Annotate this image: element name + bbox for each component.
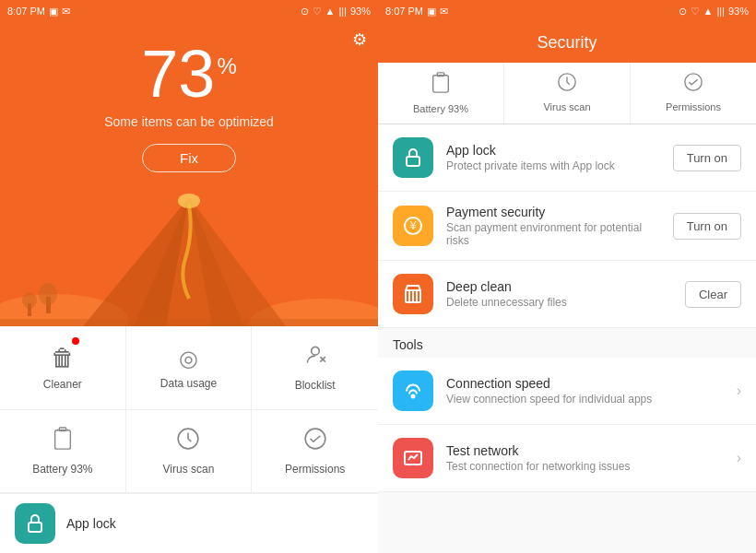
sim-icon: ▣ <box>49 6 58 18</box>
test-network-chevron: › <box>737 450 741 466</box>
tab-virus-scan[interactable]: Virus scan <box>504 63 631 124</box>
svg-point-9 <box>22 292 37 309</box>
svg-point-11 <box>311 347 319 356</box>
app-lock-title: App lock <box>446 143 660 158</box>
data-usage-label: Data usage <box>160 377 217 390</box>
battery-label: Battery 93% <box>32 463 92 476</box>
hero-section: ⚙ 73% Some items can be optimized Fix <box>0 22 378 326</box>
mail-icon: ✉ <box>62 6 70 18</box>
test-network-desc: Test connection for networking issues <box>446 460 724 473</box>
app-lock-sec-icon <box>393 137 433 178</box>
grid-item-permissions[interactable]: Permissions <box>252 410 378 494</box>
left-status-bar: 8:07 PM ▣ ✉ ⊙ ♡ ▲ ||| 93% <box>0 0 378 22</box>
right-battery: 93% <box>728 6 749 17</box>
svg-rect-23 <box>407 157 419 166</box>
right-heart-icon: ♡ <box>691 6 700 18</box>
deep-clean-text: Deep clean Delete unnecessary files <box>446 279 672 309</box>
payment-security-turn-on-button[interactable]: Turn on <box>673 213 741 240</box>
test-network-title: Test network <box>446 443 724 458</box>
deep-clean-item[interactable]: Deep clean Delete unnecessary files Clea… <box>378 261 756 328</box>
right-sim-icon: ▣ <box>427 6 436 18</box>
wifi-icon: ▲ <box>325 6 336 17</box>
grid-item-cleaner[interactable]: 🗑 Cleaner <box>0 326 126 410</box>
tab-virus-icon <box>557 72 577 98</box>
test-network-icon <box>393 438 433 478</box>
svg-rect-19 <box>433 76 449 92</box>
grid-item-data-usage[interactable]: ◎ Data usage <box>126 326 253 410</box>
connection-speed-text: Connection speed View connection speed f… <box>446 376 724 406</box>
tab-battery-label: Battery 93% <box>413 103 468 114</box>
security-header: Security <box>378 22 756 63</box>
tools-section: Tools Connection speed View connection s… <box>378 328 756 492</box>
deep-clean-clear-button[interactable]: Clear <box>685 281 741 308</box>
security-title: Security <box>537 33 597 53</box>
app-lock-text: App lock Protect private items with App … <box>446 143 660 172</box>
payment-security-text: Payment security Scan payment environmen… <box>446 205 660 247</box>
connection-speed-item[interactable]: Connection speed View connection speed f… <box>378 358 756 425</box>
data-usage-icon: ◎ <box>179 346 198 371</box>
right-status-bar: 8:07 PM ▣ ✉ ⊙ ♡ ▲ ||| 93% <box>378 0 756 22</box>
deep-clean-icon <box>393 274 433 314</box>
payment-security-desc: Scan payment environment for potential r… <box>446 221 660 247</box>
blocklist-label: Blocklist <box>295 379 336 392</box>
app-lock-desc: Protect private items with App lock <box>446 159 660 172</box>
virus-scan-label: Virus scan <box>163 463 215 476</box>
app-lock-label-text: App lock <box>66 516 116 531</box>
payment-security-icon: ¥ <box>393 206 433 246</box>
fix-button[interactable]: Fix <box>142 144 236 172</box>
grid-item-blocklist[interactable]: Blocklist <box>252 326 378 410</box>
tab-battery-icon <box>431 72 451 100</box>
alarm-icon: ⊙ <box>301 6 309 18</box>
cleaner-icon: 🗑 <box>51 344 75 372</box>
tab-permissions-label: Permissions <box>666 101 721 112</box>
payment-security-item[interactable]: ¥ Payment security Scan payment environm… <box>378 192 756 261</box>
score-value: 73 <box>141 37 215 111</box>
tab-virus-label: Virus scan <box>543 101 590 112</box>
grid-item-virus-scan[interactable]: Virus scan <box>126 410 253 494</box>
tab-permissions[interactable]: Permissions <box>631 63 756 124</box>
svg-rect-15 <box>59 428 65 431</box>
permissions-label: Permissions <box>285 463 345 476</box>
right-time: 8:07 PM <box>385 6 423 17</box>
permissions-icon <box>303 427 327 457</box>
right-signal-icon: ||| <box>716 6 725 17</box>
blocklist-icon <box>303 343 327 373</box>
virus-scan-icon <box>176 427 200 457</box>
security-tabs: Battery 93% Virus scan Permissions <box>378 63 756 124</box>
left-time: 8:07 PM <box>7 6 45 17</box>
app-lock-icon <box>15 503 55 544</box>
svg-point-7 <box>39 283 57 305</box>
app-lock-preview[interactable]: App lock <box>0 493 378 553</box>
app-lock-item[interactable]: App lock Protect private items with App … <box>378 124 756 192</box>
right-wifi-icon: ▲ <box>703 6 714 17</box>
svg-rect-20 <box>437 73 443 76</box>
left-battery: 93% <box>350 6 371 17</box>
battery-icon <box>52 427 74 457</box>
settings-icon[interactable]: ⚙ <box>352 29 367 50</box>
deep-clean-title: Deep clean <box>446 279 672 294</box>
svg-point-17 <box>305 429 325 449</box>
left-panel: 8:07 PM ▣ ✉ ⊙ ♡ ▲ ||| 93% ⚙ 73% Some ite… <box>0 0 378 553</box>
volcano-illustration <box>0 179 378 326</box>
app-lock-turn-on-button[interactable]: Turn on <box>673 145 741 171</box>
score-subtitle: Some items can be optimized <box>104 114 274 129</box>
tab-battery[interactable]: Battery 93% <box>378 63 504 124</box>
security-list: App lock Protect private items with App … <box>378 124 756 553</box>
signal-icon: ||| <box>338 6 347 17</box>
test-network-text: Test network Test connection for network… <box>446 443 724 473</box>
svg-rect-14 <box>54 429 70 448</box>
test-network-item[interactable]: Test network Test connection for network… <box>378 425 756 492</box>
connection-speed-chevron: › <box>737 382 741 399</box>
tab-permissions-icon <box>683 72 703 98</box>
connection-speed-icon <box>393 371 433 411</box>
payment-security-title: Payment security <box>446 205 660 219</box>
grid-item-battery[interactable]: Battery 93% <box>0 410 126 494</box>
right-mail-icon: ✉ <box>440 6 448 18</box>
notification-dot <box>72 337 79 345</box>
connection-speed-title: Connection speed <box>446 376 724 391</box>
score-display: 73% <box>141 41 236 107</box>
right-panel: 8:07 PM ▣ ✉ ⊙ ♡ ▲ ||| 93% Security Batte… <box>378 0 756 553</box>
right-alarm-icon: ⊙ <box>679 6 687 18</box>
svg-rect-18 <box>29 523 41 532</box>
connection-speed-desc: View connection speed for individual app… <box>446 393 724 406</box>
